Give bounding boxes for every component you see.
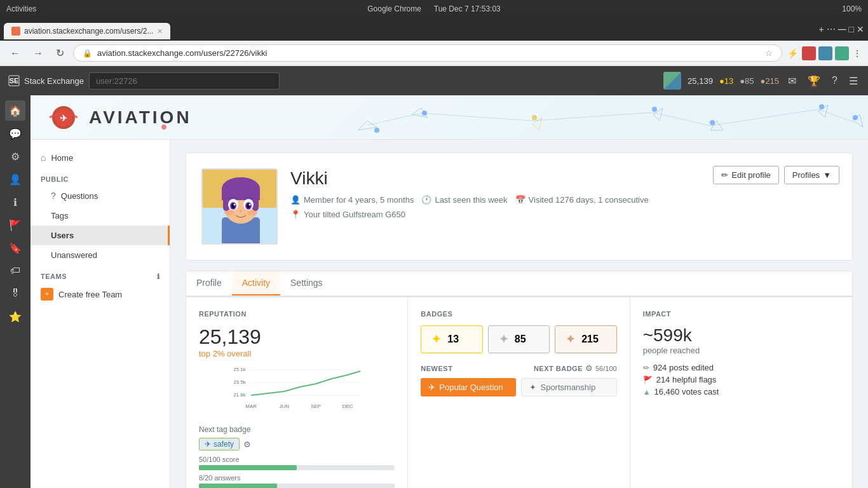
address-bar[interactable]: 🔒 aviation.stackexchange.com/users/22726… bbox=[73, 44, 782, 62]
ext-icon-2[interactable] bbox=[818, 46, 832, 60]
profiles-label: Profiles bbox=[792, 170, 820, 180]
badge-grid: ✈ Popular Question ✦ Sportsmanship bbox=[421, 378, 616, 396]
site-logo-area[interactable]: ✈ AVIATION bbox=[46, 104, 192, 132]
profile-header: Vikki 👤 Member for 4 years, 5 months 🕐 L… bbox=[186, 152, 853, 261]
sidebar-item-questions[interactable]: ? Questions bbox=[31, 186, 170, 206]
visited: 📅 Visited 1276 days, 1 consecutive bbox=[515, 195, 649, 205]
site-header: ✈ AVIATION bbox=[31, 95, 868, 140]
reputation-top-label[interactable]: top 2% overall bbox=[199, 349, 395, 358]
sidebar: ⌂ Home PUBLIC ? Questions Tags Users Una… bbox=[31, 140, 170, 488]
tab-settings[interactable]: Settings bbox=[280, 271, 333, 295]
minimize-button[interactable]: ─ bbox=[838, 23, 846, 36]
calendar-icon: 📅 bbox=[515, 195, 526, 205]
extension-icon-1[interactable]: ⚡ bbox=[787, 48, 798, 58]
se-left-bookmark-icon[interactable]: 🔖 bbox=[5, 238, 25, 258]
tab-profile[interactable]: Profile bbox=[186, 271, 232, 295]
svg-point-46 bbox=[240, 210, 242, 212]
se-user-area: 25,139 ●13 ●85 ●215 ✉ 🏆 ? ☰ bbox=[663, 72, 860, 90]
se-left-tag-icon[interactable]: 🏷 bbox=[5, 261, 25, 281]
se-left-nav: 🏠 💬 ⚙ 👤 ℹ 🚩 🔖 🏷 🎖 ⭐ bbox=[0, 95, 31, 488]
tab-close-button[interactable]: ✕ bbox=[157, 27, 163, 36]
se-left-users-icon[interactable]: 👤 bbox=[5, 169, 25, 189]
helpful-flags-text: 214 helpful flags bbox=[656, 375, 717, 384]
tab-bar-controls[interactable]: + ⋯ ─ □ ✕ bbox=[819, 23, 864, 40]
active-tab[interactable]: aviation.stackexchange.com/users/2... ✕ bbox=[4, 23, 170, 39]
sidebar-item-tags[interactable]: Tags bbox=[31, 206, 170, 226]
se-logo-text: Stack Exchange bbox=[24, 76, 84, 86]
system-time: Tue Dec 7 17:53:03 bbox=[434, 4, 501, 13]
progress-answers-label: 8/20 answers bbox=[199, 474, 395, 482]
votes-cast-text: 16,460 votes cast bbox=[654, 387, 719, 396]
member-icon: 👤 bbox=[290, 195, 301, 205]
ext-icon-3[interactable] bbox=[835, 46, 849, 60]
progress-answers-bar-fill bbox=[199, 484, 277, 488]
sidebar-item-create-team[interactable]: + Create free Team bbox=[31, 283, 170, 306]
se-left-star-icon[interactable]: ⭐ bbox=[5, 306, 25, 327]
bookmark-icon[interactable]: ☆ bbox=[765, 48, 773, 58]
sidebar-item-unanswered[interactable]: Unanswered bbox=[31, 245, 170, 265]
se-silver-badge: ●85 bbox=[740, 76, 754, 86]
se-search-input[interactable] bbox=[89, 72, 280, 90]
help-button[interactable]: ? bbox=[829, 72, 840, 89]
gold-star-icon: ✦ bbox=[431, 332, 441, 346]
location-icon: 📍 bbox=[290, 210, 301, 219]
browser-icons: ⚡ ⋮ bbox=[787, 46, 862, 60]
visited-text: Visited 1276 days, 1 consecutive bbox=[529, 195, 649, 205]
tag-badge[interactable]: ✈ safety bbox=[199, 438, 240, 451]
more-button[interactable]: ⋮ bbox=[853, 48, 862, 58]
next-badge-label: Next badge bbox=[534, 365, 583, 372]
tab-list-button[interactable]: ⋯ bbox=[827, 24, 836, 34]
se-search[interactable] bbox=[89, 72, 280, 90]
edit-icon: ✏ bbox=[721, 170, 728, 180]
se-left-chat-icon[interactable]: 💬 bbox=[5, 123, 25, 144]
bronze-star-icon: ✦ bbox=[566, 332, 575, 346]
ext-icon-1[interactable] bbox=[802, 46, 816, 60]
battery-status: 100% bbox=[842, 4, 862, 13]
achievements-button[interactable]: 🏆 bbox=[805, 72, 823, 90]
svg-point-47 bbox=[224, 210, 234, 215]
hamburger-button[interactable]: ☰ bbox=[846, 72, 860, 90]
se-left-info-icon[interactable]: ℹ bbox=[5, 192, 25, 212]
create-team-icon: + bbox=[41, 288, 53, 301]
teams-info-icon[interactable]: ℹ bbox=[157, 273, 160, 281]
tag-settings-icon[interactable]: ⚙ bbox=[243, 440, 251, 449]
tag-name: safety bbox=[214, 440, 234, 449]
svg-text:✈: ✈ bbox=[60, 113, 67, 123]
impact-card: IMPACT ~599k people reached ✏ 924 posts … bbox=[630, 297, 852, 488]
se-avatar[interactable] bbox=[663, 72, 681, 90]
lock-icon: 🔒 bbox=[83, 49, 92, 58]
window-close-button[interactable]: ✕ bbox=[857, 24, 864, 34]
silver-badge-count: 85 bbox=[515, 334, 526, 345]
rep-chart-svg: 25.1k 23.5k 21.8k MAR bbox=[199, 365, 395, 416]
progress-answers-bar-bg bbox=[199, 484, 395, 488]
refresh-button[interactable]: ↻ bbox=[52, 44, 68, 62]
new-tab-button[interactable]: + bbox=[819, 24, 824, 34]
popular-question-badge: ✈ Popular Question bbox=[421, 378, 516, 396]
tab-activity[interactable]: Activity bbox=[232, 271, 280, 295]
profiles-dropdown-button[interactable]: Profiles ▼ bbox=[784, 166, 839, 184]
member-since: 👤 Member for 4 years, 5 months bbox=[290, 195, 414, 205]
users-label: Users bbox=[51, 231, 74, 240]
sportsmanship-badge: ✦ Sportsmanship bbox=[521, 378, 616, 396]
se-logo-area[interactable]: SE Stack Exchange bbox=[8, 74, 84, 87]
maximize-button[interactable]: □ bbox=[849, 24, 854, 34]
back-button[interactable]: ← bbox=[6, 45, 24, 62]
edit-profile-label: Edit profile bbox=[731, 170, 770, 180]
posts-edited-text: 924 posts edited bbox=[653, 363, 714, 372]
inbox-button[interactable]: ✉ bbox=[785, 72, 799, 90]
se-left-meta-icon[interactable]: ⚙ bbox=[5, 146, 25, 166]
gold-badge-count: 13 bbox=[447, 334, 459, 345]
svg-point-44 bbox=[234, 204, 236, 206]
profile-tabs-wrap: Profile Activity Settings bbox=[186, 271, 853, 297]
se-left-flag-icon[interactable]: 🚩 bbox=[5, 215, 25, 235]
se-left-home-icon[interactable]: 🏠 bbox=[5, 100, 25, 121]
sidebar-item-users[interactable]: Users bbox=[31, 226, 170, 245]
se-left-badge-icon[interactable]: 🎖 bbox=[5, 283, 25, 304]
forward-button[interactable]: → bbox=[29, 45, 47, 62]
next-badge-settings-icon[interactable]: ⚙ bbox=[585, 363, 593, 373]
edit-profile-button[interactable]: ✏ Edit profile bbox=[713, 166, 778, 184]
sportsmanship-name: Sportsmanship bbox=[540, 383, 595, 392]
svg-rect-37 bbox=[252, 192, 259, 211]
svg-text:25.1k: 25.1k bbox=[233, 367, 247, 372]
sidebar-item-home[interactable]: ⌂ Home bbox=[31, 147, 170, 168]
